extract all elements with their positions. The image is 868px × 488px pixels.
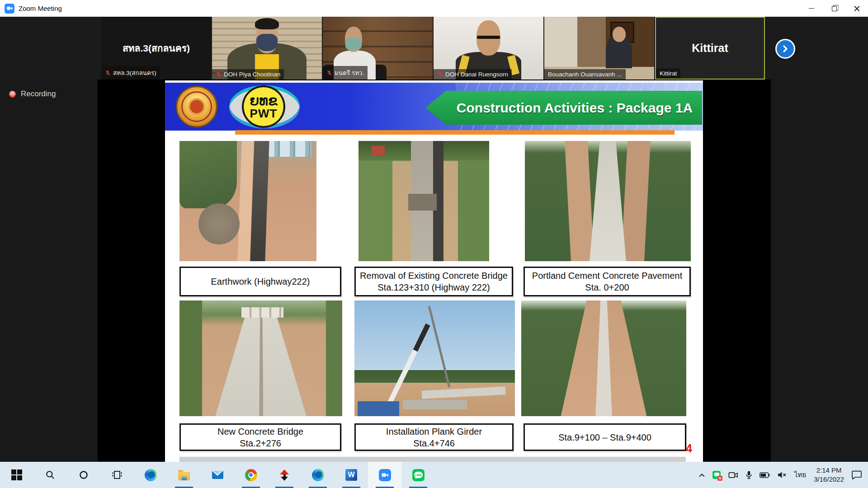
restore-icon (832, 6, 837, 11)
windows-start-icon (11, 469, 22, 480)
caption-line: New Concrete Bridge (217, 426, 303, 437)
caption-earthwork: Earthwork (Highway222) (179, 267, 341, 296)
caption-line: Portland Cement Concrete Pavement (532, 270, 682, 282)
edge-icon (312, 469, 324, 481)
windows-taskbar: W LINE N ไทย 2:14 PM (0, 462, 868, 488)
task-view-button[interactable] (100, 462, 134, 488)
minimize-icon (809, 8, 814, 9)
participant-name-tag: สทล.3(สกลนคร) (101, 66, 160, 80)
participant-tile-kittirat[interactable]: Kittirat Kittirat (655, 17, 765, 80)
caption-pcc-pavement: Portland Cement Concrete Pavement Sta. 0… (524, 267, 691, 296)
file-explorer-icon (178, 472, 190, 480)
taskbar-mail-button[interactable] (201, 462, 234, 488)
tray-volume-muted-icon[interactable] (778, 471, 787, 479)
caption-new-concrete-bridge: New Concrete Bridge Sta.2+276 (179, 423, 341, 451)
taskbar-file-explorer-button[interactable] (167, 462, 201, 488)
action-center-icon[interactable] (852, 470, 862, 479)
participant-name-tag: Bouachanh Ouansavanh ... (544, 69, 626, 80)
muted-mic-icon (437, 71, 443, 77)
shared-screen: ຍທຂ PWT Construction Activities : Packag… (98, 80, 771, 462)
close-icon (854, 5, 860, 12)
zoom-app-icon (5, 4, 14, 14)
participant-tile-danai[interactable]: DOH Danai Ruengsorn (434, 17, 543, 80)
recording-label: Recording (21, 89, 56, 99)
taskbar-transfer-app-button[interactable] (268, 462, 301, 488)
next-participants-button[interactable] (775, 39, 795, 59)
caption-bridge-removal: Removal of Existing Concrete Bridge Sta.… (354, 267, 513, 296)
slide-bottom-band (179, 457, 686, 462)
participant-tile-piya[interactable]: DOH Piya Chootinan (212, 17, 322, 80)
word-icon: W (345, 469, 357, 481)
close-button[interactable] (845, 0, 868, 17)
muted-mic-icon (105, 70, 111, 76)
tray-time: 2:14 PM (814, 466, 844, 475)
slide-title-banner: Construction Activities : Package 1A (425, 91, 702, 125)
window-title: Zoom Meeting (19, 5, 62, 12)
zoom-icon (379, 469, 391, 481)
muted-mic-icon (326, 70, 332, 76)
participant-name: DOH Piya Chootinan (224, 71, 280, 78)
system-tray: N ไทย 2:14 PM 3/16/2022 (699, 462, 868, 488)
photo-bridge-removal (359, 141, 489, 261)
participant-name: สทล.3(สกลนคร) (113, 68, 156, 78)
photo-new-concrete-bridge (179, 300, 342, 416)
chevron-right-icon (781, 45, 789, 53)
taskbar-edge-button[interactable] (134, 462, 167, 488)
photo-sta9 (521, 300, 686, 416)
tray-date: 3/16/2022 (814, 475, 844, 484)
taskbar-word-button[interactable]: W (335, 462, 368, 488)
slide-page-number: 4 (686, 442, 692, 455)
window-titlebar: Zoom Meeting (0, 0, 868, 17)
tray-line-icon[interactable]: N (712, 471, 721, 479)
taskbar-line-button[interactable]: LINE (401, 462, 435, 488)
taskbar-chrome-button[interactable] (234, 462, 268, 488)
edge-icon (145, 469, 157, 481)
slide-title: Construction Activities : Package 1A (435, 100, 693, 116)
caption-line: Earthwork (Highway222) (211, 276, 310, 287)
presentation-slide: ຍທຂ PWT Construction Activities : Packag… (165, 80, 703, 462)
caption-line: Sta.123+310 (Highway 222) (377, 282, 490, 293)
participant-name: Bouachanh Ouansavanh ... (548, 71, 622, 78)
photo-earthwork (179, 141, 316, 261)
pwt-logo-text: PWT (250, 108, 278, 119)
tray-clock[interactable]: 2:14 PM 3/16/2022 (814, 466, 844, 484)
recording-dot-icon (9, 91, 16, 98)
caption-line: Sta.9+100 – Sta.9+400 (558, 432, 651, 443)
participant-tile-sotl3[interactable]: สทล.3(สกลนคร) สทล.3(สกลนคร) (101, 17, 211, 80)
zoom-meeting-window: Zoom Meeting สทล.3(สกลนคร) สทล.3(สกลนคร)… (0, 0, 868, 488)
slide-header-banner: ຍທຂ PWT Construction Activities : Packag… (165, 83, 703, 131)
muted-mic-icon (216, 71, 222, 77)
participant-name-tag: Kittirat (656, 68, 680, 79)
recording-indicator: Recording (9, 89, 56, 99)
participant-name: DOH Danai Ruengsorn (445, 71, 508, 78)
participant-name-tag: มนตรี รทว. (323, 66, 368, 80)
tray-camera-icon[interactable] (728, 472, 738, 479)
department-of-highways-seal-logo (176, 86, 217, 127)
photo-pcc-pavement (525, 141, 691, 261)
meeting-content-area: Recording ຍທຂ PWT Construction Activitie… (0, 80, 868, 462)
caption-line: Sta.2+276 (240, 437, 281, 449)
tray-microphone-icon[interactable] (746, 471, 752, 479)
restore-button[interactable] (823, 0, 845, 17)
photo-plank-girder (354, 300, 515, 416)
video-strip: สทล.3(สกลนคร) สทล.3(สกลนคร) DOH Piya Cho… (0, 17, 868, 80)
caption-line: Sta. 0+200 (585, 282, 629, 293)
mail-icon (212, 471, 223, 479)
search-button[interactable] (33, 462, 67, 488)
language-indicator[interactable]: ไทย (794, 469, 806, 480)
pwt-logo-lao-text: ຍທຂ (250, 94, 278, 108)
caption-line: Removal of Existing Concrete Bridge (360, 270, 508, 282)
participant-tile-montri[interactable]: มนตรี รทว. (323, 17, 433, 80)
up-down-arrows-icon (280, 469, 289, 481)
cortana-button[interactable] (67, 462, 100, 488)
start-button[interactable] (0, 462, 33, 488)
caption-sta9: Sta.9+100 – Sta.9+400 (524, 423, 686, 451)
taskbar-zoom-button[interactable] (368, 462, 401, 488)
participant-tile-bouachanh[interactable]: Bouachanh Ouansavanh ... (544, 17, 654, 80)
line-icon-label: LINE (415, 474, 422, 477)
taskbar-edge-button-2[interactable] (301, 462, 335, 488)
participant-name-tag: DOH Danai Ruengsorn (434, 69, 512, 80)
minimize-button[interactable] (800, 0, 823, 17)
tray-chevron-up-icon[interactable] (699, 473, 705, 477)
tray-battery-icon[interactable] (760, 472, 770, 478)
